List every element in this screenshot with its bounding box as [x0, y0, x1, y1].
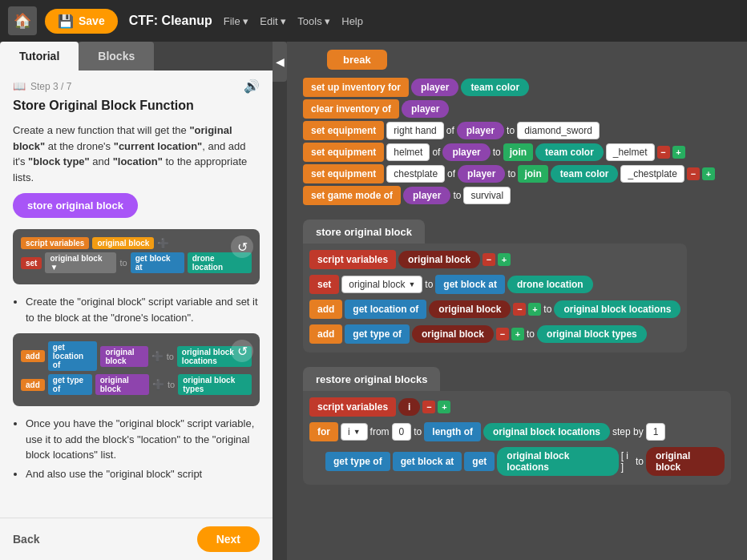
orig-block-locs-pill-2[interactable]: original block locations [483, 423, 610, 441]
helmet-input[interactable]: helmet [386, 143, 430, 161]
set-up-inventory-block[interactable]: set up inventory for [303, 78, 409, 97]
plus-btn-6[interactable]: + [438, 401, 450, 413]
set-game-mode-block[interactable]: set game mode of [303, 186, 401, 205]
join-block-1[interactable]: join [503, 143, 533, 161]
file-menu[interactable]: File ▾ [224, 15, 249, 27]
team-color-pill-3[interactable]: team color [551, 165, 619, 183]
from-zero-input[interactable]: 0 [392, 423, 412, 441]
get-location-of-block[interactable]: get location of [345, 300, 426, 319]
help-menu[interactable]: Help [341, 15, 363, 27]
bullet-2b: And also use the "original block" script [26, 466, 260, 482]
get-type-of-block[interactable]: get type of [345, 324, 410, 344]
original-block-dropdown[interactable]: original block ▼ [341, 276, 422, 293]
minus-btn-1[interactable]: − [657, 146, 670, 159]
join-block-2[interactable]: join [518, 165, 547, 183]
drone-location-pill[interactable]: drone location [507, 276, 593, 293]
clear-inventory-block[interactable]: clear inventory of [303, 99, 399, 119]
set-block[interactable]: set [309, 275, 339, 294]
break-block[interactable]: break [327, 50, 387, 70]
tab-blocks[interactable]: Blocks [79, 42, 154, 71]
plus-btn-1[interactable]: + [672, 146, 685, 159]
step-text: Step 3 / 7 [30, 81, 71, 92]
break-group: break [303, 50, 731, 70]
minus-btn-4[interactable]: − [513, 303, 526, 316]
set-equipment-block-2[interactable]: set equipment [303, 143, 384, 162]
minus-btn-2[interactable]: − [687, 167, 700, 180]
to-label-3: to [507, 168, 515, 179]
tab-tutorial[interactable]: Tutorial [0, 42, 79, 71]
restore-hat-label: restore original blocks [316, 373, 427, 385]
player-pill-6[interactable]: player [403, 187, 450, 204]
sidebar-content: 📖 Step 3 / 7 🔊 Store Original Block Func… [0, 71, 273, 518]
player-pill-2[interactable]: player [402, 100, 449, 118]
minus-btn-5[interactable]: − [496, 328, 509, 340]
bullet-list-2: Once you have the "original block" scrip… [13, 416, 260, 481]
diamond-sword-input[interactable]: diamond_sword [517, 122, 600, 139]
helmet-suffix-input[interactable]: _helmet [606, 143, 655, 161]
original-block-pill-1[interactable]: original block [398, 251, 480, 268]
player-pill-1[interactable]: player [411, 79, 458, 96]
set-game-mode-row: set game mode of player to survival [303, 186, 731, 205]
script-vars-block-2[interactable]: script variables [309, 397, 396, 417]
preview-orig-3: original block [95, 374, 149, 395]
bullet-1: Create the "original block" script varia… [26, 294, 260, 325]
canvas-area[interactable]: break set up inventory for player team c… [287, 42, 747, 560]
save-button[interactable]: 💾 Save [45, 9, 118, 34]
step-one-input[interactable]: 1 [646, 423, 666, 441]
original-block-pill-3[interactable]: original block [412, 325, 494, 343]
player-pill-3[interactable]: player [457, 122, 504, 139]
plus-btn-3[interactable]: + [498, 253, 511, 266]
set-equipment-block-3[interactable]: set equipment [303, 164, 384, 183]
store-hat-block[interactable]: store original block [303, 220, 425, 244]
replay-icon-1[interactable]: ↺ [231, 236, 253, 258]
get-block-at-block-2[interactable]: get block at [393, 452, 462, 471]
back-button[interactable]: Back [13, 533, 39, 546]
minus-btn-6[interactable]: − [422, 401, 435, 413]
team-color-pill-1[interactable]: team color [461, 79, 529, 96]
survival-input[interactable]: survival [463, 187, 511, 204]
tools-menu[interactable]: Tools ▾ [297, 15, 330, 27]
collapse-sidebar-button[interactable]: ◀ [273, 42, 287, 82]
length-of-block[interactable]: length of [424, 422, 481, 441]
preview-get-block-at: get block at [131, 252, 184, 273]
topbar: 🏠 💾 Save CTF: Cleanup File ▾ Edit ▾ Tool… [0, 0, 747, 42]
i-var-pill[interactable]: i [398, 398, 420, 416]
preview-get-location: get location of [48, 341, 98, 371]
edit-menu[interactable]: Edit ▾ [260, 15, 286, 27]
get-block-2[interactable]: get [464, 452, 495, 471]
preview-inner-1: script variables original block ➕ set or… [21, 237, 252, 273]
add-block-2[interactable]: add [309, 324, 342, 344]
team-color-pill-2[interactable]: team color [535, 143, 604, 161]
home-button[interactable]: 🏠 [8, 6, 37, 35]
orig-block-locs-pill-3[interactable]: original block locations [497, 447, 618, 476]
get-type-of-block-2[interactable]: get type of [325, 452, 390, 471]
replay-icon-2[interactable]: ↺ [231, 340, 253, 362]
set-equipment-row-3: set equipment chestplate of player to jo… [303, 164, 731, 183]
plus-btn-4[interactable]: + [528, 303, 541, 316]
for-block[interactable]: for [309, 422, 338, 441]
plus-btn-5[interactable]: + [511, 328, 524, 340]
menu-bar: File ▾ Edit ▾ Tools ▾ Help [224, 15, 363, 27]
preview-orig-2: original block [100, 346, 147, 367]
get-block-at-block[interactable]: get block at [435, 275, 505, 294]
original-block-pill-4[interactable]: original block [646, 447, 725, 476]
minus-btn-3[interactable]: − [483, 253, 495, 266]
i-dropdown[interactable]: i ▼ [341, 423, 368, 441]
original-block-locations-pill[interactable]: original block locations [554, 300, 680, 318]
set-equipment-block-1[interactable]: set equipment [303, 121, 384, 140]
plus-btn-2[interactable]: + [702, 167, 715, 180]
original-block-pill-2[interactable]: original block [429, 300, 511, 318]
player-pill-5[interactable]: player [458, 165, 505, 183]
player-pill-4[interactable]: player [442, 143, 490, 161]
chestplate-input[interactable]: chestplate [386, 165, 445, 183]
next-button[interactable]: Next [197, 526, 260, 552]
right-hand-input[interactable]: right hand [386, 122, 443, 139]
restore-hat-block[interactable]: restore original blocks [303, 367, 440, 391]
sound-icon[interactable]: 🔊 [244, 79, 260, 94]
func-block-preview[interactable]: store original block [13, 193, 138, 218]
add-block-1[interactable]: add [309, 300, 342, 319]
step-row: 📖 Step 3 / 7 🔊 [13, 79, 260, 94]
chestplate-suffix-input[interactable]: _chestplate [620, 165, 684, 183]
original-block-types-pill[interactable]: original block types [537, 325, 647, 343]
script-vars-block-1[interactable]: script variables [309, 250, 396, 269]
